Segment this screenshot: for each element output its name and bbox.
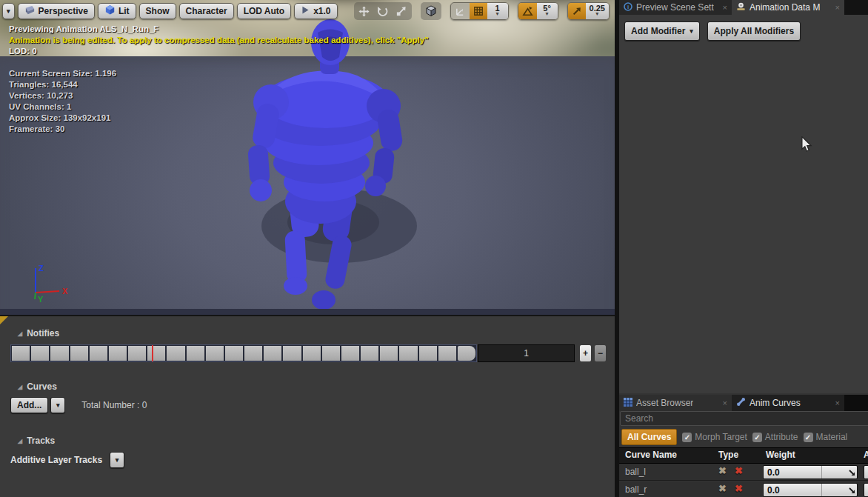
notify-segment[interactable] [341,346,359,361]
remove-notify-lane-button[interactable]: − [594,344,607,362]
notify-segment[interactable] [264,346,281,361]
add-curve-button[interactable]: Add... [10,397,48,413]
playback-speed-button[interactable]: x1.0 [294,3,337,19]
notifies-section-header[interactable]: ◢ Notifies [18,328,615,338]
add-curve-dropdown-button[interactable]: ▾ [50,397,65,413]
morph-type-off-icon[interactable]: ✖ [718,465,727,476]
lod-auto-button[interactable]: LOD Auto [237,3,292,19]
notify-segment[interactable] [438,346,456,361]
translate-tool-button[interactable] [355,3,373,19]
scale-snap-toggle[interactable] [568,3,586,19]
tab-anim-curves[interactable]: Anim Curves × [732,395,844,411]
character-menu-button[interactable]: Character [179,3,234,19]
notify-segment[interactable] [206,346,224,361]
curves-title: Curves [27,381,57,392]
material-filter[interactable]: ✓ Material [804,432,848,442]
rotate-tool-button[interactable] [374,3,392,19]
all-curves-filter-button[interactable]: All Curves [621,429,677,445]
notify-segment[interactable] [12,346,30,361]
notify-segment[interactable] [147,346,165,361]
close-icon[interactable]: × [835,3,840,12]
attribute-filter[interactable]: ✓ Attribute [752,432,798,442]
asset-browser-icon [624,398,632,409]
close-icon[interactable]: × [835,398,840,407]
weight-column-header[interactable]: Weight [766,450,795,460]
grid-snap-toggle[interactable] [470,3,487,19]
notify-segment[interactable] [70,346,88,361]
notify-segment[interactable] [419,346,437,361]
coordinate-system-button[interactable] [421,2,441,20]
preview-viewport[interactable]: Previewing Animation ALS_N_Run_F Animati… [0,0,615,315]
axis-widget-button[interactable] [451,3,470,19]
close-icon[interactable]: × [723,398,727,407]
notify-segment[interactable] [90,346,107,361]
grid-snap-value-button[interactable]: 1 ▾ [487,3,508,19]
chevron-down-icon: ▾ [496,10,499,18]
auto-checkbox-clipped[interactable] [864,465,868,479]
viewport-overlay-text: Previewing Animation ALS_N_Run_F Animati… [9,24,429,135]
type-column-header[interactable]: Type [718,450,738,460]
weight-spinbox[interactable]: 0.0 [763,483,858,497]
tab-asset-browser[interactable]: Asset Browser × [619,395,732,411]
table-row-ball-r[interactable]: ball_r ✖ ✖ 0.0 [619,481,868,497]
checkbox-checked-icon[interactable]: ✓ [752,433,762,442]
notify-track-segments[interactable] [10,344,477,362]
auto-column-header[interactable]: A [864,450,868,460]
curve-search-input[interactable] [620,411,868,426]
tab-preview-scene-settings[interactable]: i Preview Scene Sett × [619,0,732,15]
notify-segment[interactable] [303,346,321,361]
curve-name-column-header[interactable]: Curve Name [625,450,677,460]
viewport-bottom-strip [0,309,615,315]
apply-all-modifiers-button[interactable]: Apply All Modifiers [707,21,801,41]
notify-segment[interactable] [187,346,204,361]
curves-total-label: Total Number : 0 [81,400,147,410]
tab-animation-data-modifiers[interactable]: Animation Data M × [732,0,844,15]
tracks-section-header[interactable]: ◢ Tracks [18,436,615,446]
show-menu-button[interactable]: Show [139,3,176,19]
notify-segment[interactable] [361,346,378,361]
notify-segment[interactable] [244,346,262,361]
material-type-off-icon[interactable]: ✖ [735,465,743,476]
notify-segment[interactable] [109,346,127,361]
checkbox-checked-icon[interactable]: ✓ [804,433,813,442]
anim-curves-icon [736,397,746,409]
notify-segment[interactable] [50,346,68,361]
anim-data-icon [736,1,746,13]
add-notify-lane-button[interactable]: + [579,344,592,362]
morph-type-off-icon[interactable]: ✖ [718,483,727,494]
weight-spinbox[interactable]: 0.0 [763,465,858,479]
notify-playhead[interactable] [152,345,153,361]
character-label: Character [186,6,227,16]
right-top-tabbar: i Preview Scene Sett × Animation Data M … [619,0,868,15]
scale-tool-button[interactable] [393,3,410,19]
notify-segment[interactable] [322,346,340,361]
notify-segment[interactable] [225,346,243,361]
notify-segment[interactable] [31,346,49,361]
perspective-button[interactable]: Perspective [18,3,95,19]
notify-segment[interactable] [128,346,146,361]
notify-segment[interactable] [283,346,301,361]
curves-section-header[interactable]: ◢ Curves [18,381,615,392]
add-modifier-button[interactable]: Add Modifier ▾ [624,21,700,41]
lit-mode-button[interactable]: Lit [98,3,136,19]
viewport-options-button[interactable]: ▾ [2,3,15,19]
chevron-down-icon: ▾ [56,401,60,409]
morph-target-filter[interactable]: ✓ Morph Target [682,432,747,442]
rotation-snap-value-button[interactable]: 5° ▾ [537,3,558,19]
material-type-off-icon[interactable]: ✖ [735,483,743,494]
auto-checkbox-clipped[interactable] [864,483,868,497]
notify-segment[interactable] [458,346,475,361]
additive-tracks-dropdown-button[interactable]: ▾ [110,452,124,468]
curve-name-cell: ball_r [625,484,647,495]
rotation-snap-toggle[interactable] [518,3,537,19]
table-row-ball-l[interactable]: ball_l ✖ ✖ 0.0 [619,464,868,481]
notify-segment[interactable] [380,346,398,361]
notify-segment[interactable] [399,346,417,361]
stat-screen-size: Current Screen Size: 1.196 [9,68,429,79]
notify-segment[interactable] [167,346,184,361]
scale-snap-value-button[interactable]: 0.25 ▾ [586,3,609,19]
spinbox-drag-icon [849,486,855,496]
checkbox-checked-icon[interactable]: ✓ [682,433,692,442]
close-icon[interactable]: × [723,3,727,12]
curve-table-header: Curve Name Type Weight A [619,447,868,464]
